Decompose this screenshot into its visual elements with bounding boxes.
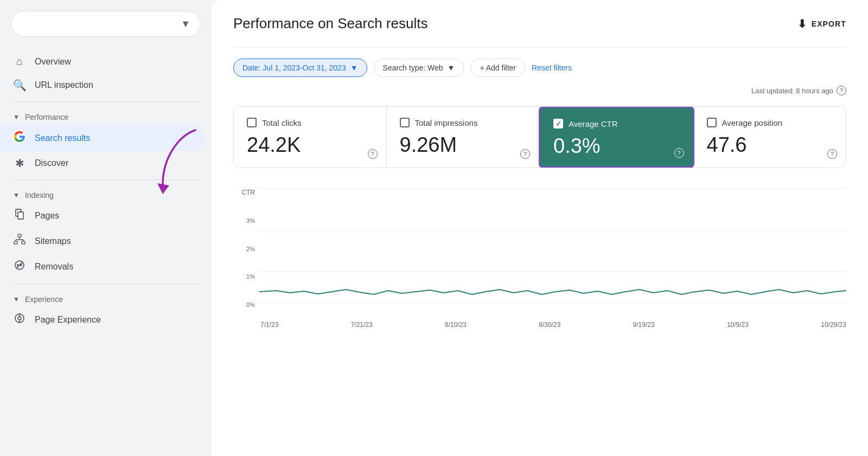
divider	[13, 101, 199, 102]
ctr-chart	[259, 183, 846, 313]
last-updated-row: Last updated: 8 hours ago ?	[233, 86, 846, 95]
sidebar-item-label: Sitemaps	[35, 236, 71, 246]
section-label: Performance	[25, 113, 68, 121]
metric-value-position: 47.6	[707, 134, 833, 157]
sidebar-item-removals[interactable]: Removals	[0, 254, 205, 279]
svg-rect-2	[18, 212, 23, 219]
metric-checkbox-ctr[interactable]	[553, 119, 563, 129]
x-label-0: 7/1/23	[260, 321, 278, 329]
search-icon: 🔍	[13, 79, 26, 92]
sidebar-item-sitemaps[interactable]: Sitemaps	[0, 228, 205, 254]
home-icon: ⌂	[13, 55, 26, 68]
export-label: EXPORT	[812, 20, 846, 28]
help-icon[interactable]: ?	[674, 148, 684, 158]
download-icon: ⬇	[797, 17, 807, 30]
x-label-3: 8/30/23	[539, 321, 560, 329]
date-filter-label: Date: Jul 1, 2023-Oct 31, 2023	[242, 63, 346, 72]
svg-point-13	[20, 264, 22, 266]
svg-point-12	[17, 264, 19, 266]
help-icon[interactable]: ?	[837, 86, 846, 95]
sitemaps-icon	[13, 234, 26, 248]
main-content: Performance on Search results ⬇ EXPORT D…	[212, 0, 868, 456]
chevron-down-icon: ▼	[448, 63, 455, 72]
removals-icon	[13, 259, 26, 274]
section-indexing[interactable]: ▼ Indexing	[0, 184, 212, 203]
svg-point-15	[18, 317, 21, 320]
chart-container: CTR 3% 2% 1% 0% 7/1/23 7/21/23 8/10/23	[233, 172, 846, 335]
collapse-arrow-icon: ▼	[13, 296, 20, 303]
section-label: Indexing	[25, 191, 54, 200]
metric-label-position: Average position	[722, 118, 782, 127]
section-label: Experience	[25, 295, 63, 304]
svg-rect-4	[14, 241, 17, 244]
sidebar-item-label: Overview	[35, 57, 71, 67]
sidebar-item-search-results[interactable]: Search results	[0, 125, 205, 151]
chevron-down-icon: ▼	[181, 18, 190, 30]
collapse-arrow-icon: ▼	[13, 113, 20, 121]
x-label-4: 9/19/23	[633, 321, 655, 329]
section-performance[interactable]: ▼ Performance	[0, 106, 212, 125]
sidebar-item-label: URL inspection	[35, 80, 93, 90]
add-filter-label: + Add filter	[480, 63, 516, 72]
date-filter-button[interactable]: Date: Jul 1, 2023-Oct 31, 2023 ▼	[233, 59, 367, 77]
reset-filters-label: Reset filters	[532, 63, 572, 72]
google-g-icon	[13, 130, 26, 146]
metric-value-ctr: 0.3%	[553, 135, 680, 158]
sidebar-item-discover[interactable]: ✱ Discover	[0, 151, 205, 175]
chart-y-tick-1: 1%	[246, 273, 255, 280]
metric-checkbox-clicks[interactable]	[247, 118, 257, 127]
help-icon[interactable]: ?	[827, 149, 837, 159]
metric-label-clicks: Total clicks	[262, 118, 302, 127]
page-experience-icon	[13, 312, 26, 327]
x-label-2: 8/10/23	[445, 321, 467, 329]
sidebar-item-label: Removals	[35, 262, 73, 272]
search-type-label: Search type: Web	[383, 63, 443, 72]
collapse-arrow-icon: ▼	[13, 191, 20, 199]
property-selector[interactable]: ▼	[11, 11, 201, 37]
main-header: Performance on Search results ⬇ EXPORT	[233, 15, 846, 32]
metric-label-impressions: Total impressions	[415, 118, 478, 127]
metric-checkbox-position[interactable]	[707, 118, 717, 127]
filters-row: Date: Jul 1, 2023-Oct 31, 2023 ▼ Search …	[233, 59, 846, 77]
divider	[13, 179, 199, 180]
add-filter-button[interactable]: + Add filter	[470, 59, 525, 77]
reset-filters-button[interactable]: Reset filters	[532, 63, 572, 72]
sidebar-item-label: Discover	[35, 158, 68, 168]
chart-y-tick-3: 3%	[246, 217, 255, 224]
section-experience[interactable]: ▼ Experience	[0, 288, 212, 307]
metric-value-clicks: 24.2K	[247, 134, 373, 157]
header-divider	[233, 47, 846, 48]
chart-y-label: CTR	[241, 189, 255, 196]
sidebar-item-page-experience[interactable]: Page Experience	[0, 307, 205, 332]
sidebar: ▼ ⌂ Overview 🔍 URL inspection ▼ Performa…	[0, 0, 212, 456]
search-type-filter-button[interactable]: Search type: Web ▼	[374, 59, 464, 77]
asterisk-icon: ✱	[13, 157, 26, 170]
metric-card-total-impressions[interactable]: Total impressions 9.26M ?	[387, 107, 540, 168]
help-icon[interactable]: ?	[368, 149, 378, 159]
metric-cards-container: Total clicks 24.2K ? Total impressions 9…	[233, 106, 846, 168]
metric-card-average-position[interactable]: Average position 47.6 ?	[694, 107, 846, 168]
x-label-5: 10/9/23	[727, 321, 749, 329]
x-label-1: 7/21/23	[351, 321, 373, 329]
chart-y-tick-2: 2%	[246, 246, 255, 252]
divider	[13, 284, 199, 284]
sidebar-item-label: Search results	[35, 133, 90, 143]
metric-card-total-clicks[interactable]: Total clicks 24.2K ?	[234, 107, 387, 168]
page-title: Performance on Search results	[233, 15, 427, 32]
pages-icon	[13, 208, 26, 223]
sidebar-item-overview[interactable]: ⌂ Overview	[0, 50, 205, 73]
metric-card-average-ctr[interactable]: Average CTR 0.3% ?	[539, 106, 694, 168]
help-icon[interactable]: ?	[520, 149, 530, 159]
metric-checkbox-impressions[interactable]	[400, 118, 410, 127]
metric-value-impressions: 9.26M	[400, 134, 526, 157]
chart-x-labels: 7/1/23 7/21/23 8/10/23 8/30/23 9/19/23 1…	[260, 321, 846, 329]
sidebar-item-pages[interactable]: Pages	[0, 203, 205, 228]
sidebar-item-url-inspection[interactable]: 🔍 URL inspection	[0, 73, 205, 97]
svg-rect-5	[22, 241, 25, 244]
chart-y-tick-0: 0%	[246, 301, 255, 308]
chevron-down-icon: ▼	[350, 63, 358, 72]
export-button[interactable]: ⬇ EXPORT	[797, 17, 846, 30]
metric-label-ctr: Average CTR	[569, 119, 618, 129]
svg-rect-3	[18, 234, 21, 237]
last-updated-text: Last updated: 8 hours ago	[751, 87, 833, 95]
